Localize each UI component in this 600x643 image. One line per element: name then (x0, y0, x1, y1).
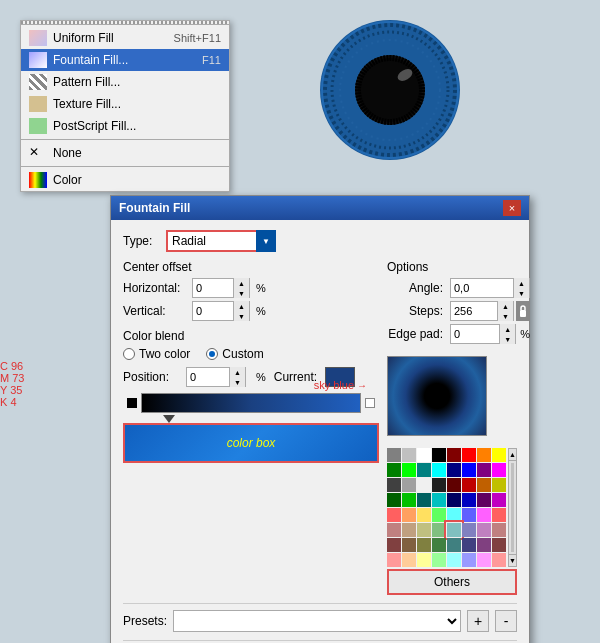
vertical-input[interactable] (193, 305, 233, 317)
palette-swatch-55[interactable] (492, 538, 506, 552)
palette-swatch-30[interactable] (477, 493, 491, 507)
palette-swatch-5[interactable] (462, 448, 476, 462)
palette-swatch-63[interactable] (492, 553, 506, 567)
steps-input[interactable] (451, 305, 497, 317)
palette-swatch-36[interactable] (447, 508, 461, 522)
palette-swatch-21[interactable] (462, 478, 476, 492)
palette-swatch-54[interactable] (477, 538, 491, 552)
palette-swatch-53[interactable] (462, 538, 476, 552)
palette-swatch-19[interactable] (432, 478, 446, 492)
palette-swatch-31[interactable] (492, 493, 506, 507)
custom-radio[interactable] (206, 348, 218, 360)
palette-scroll-thumb[interactable] (511, 463, 514, 552)
steps-lock-button[interactable] (516, 301, 530, 321)
position-down-button[interactable]: ▼ (230, 377, 245, 387)
palette-swatch-9[interactable] (402, 463, 416, 477)
palette-swatch-37[interactable] (462, 508, 476, 522)
palette-swatch-13[interactable] (462, 463, 476, 477)
palette-swatch-0[interactable] (387, 448, 401, 462)
palette-swatch-25[interactable] (402, 493, 416, 507)
palette-swatch-4[interactable] (447, 448, 461, 462)
palette-swatch-1[interactable] (402, 448, 416, 462)
palette-swatch-28[interactable] (447, 493, 461, 507)
palette-swatch-60[interactable] (447, 553, 461, 567)
edge-pad-input[interactable] (451, 328, 499, 340)
palette-swatch-7[interactable] (492, 448, 506, 462)
palette-swatch-15[interactable] (492, 463, 506, 477)
palette-swatch-24[interactable] (387, 493, 401, 507)
palette-swatch-6[interactable] (477, 448, 491, 462)
edge-pad-down-button[interactable]: ▼ (500, 334, 515, 344)
palette-swatch-47[interactable] (492, 523, 506, 537)
menu-item-pattern[interactable]: Pattern Fill... (21, 71, 229, 93)
palette-swatch-18[interactable] (417, 478, 431, 492)
palette-swatch-39[interactable] (492, 508, 506, 522)
palette-swatch-52[interactable] (447, 538, 461, 552)
horizontal-down-button[interactable]: ▼ (234, 288, 249, 298)
palette-swatch-34[interactable] (417, 508, 431, 522)
palette-swatch-22[interactable] (477, 478, 491, 492)
palette-swatch-49[interactable] (402, 538, 416, 552)
palette-swatch-40[interactable] (387, 523, 401, 537)
menu-item-texture[interactable]: Texture Fill... (21, 93, 229, 115)
presets-add-button[interactable]: + (467, 610, 489, 632)
palette-swatch-35[interactable] (432, 508, 446, 522)
palette-swatch-38[interactable] (477, 508, 491, 522)
position-up-button[interactable]: ▲ (230, 367, 245, 377)
others-button[interactable]: Others (387, 569, 517, 595)
palette-swatch-32[interactable] (387, 508, 401, 522)
palette-swatch-45[interactable] (462, 523, 476, 537)
two-color-option[interactable]: Two color (123, 347, 190, 361)
position-input[interactable] (187, 371, 229, 383)
menu-item-uniform[interactable]: Uniform Fill Shift+F11 (21, 27, 229, 49)
palette-swatch-11[interactable] (432, 463, 446, 477)
palette-swatch-62[interactable] (477, 553, 491, 567)
palette-swatch-16[interactable] (387, 478, 401, 492)
gradient-marker[interactable] (163, 415, 175, 423)
palette-swatch-14[interactable] (477, 463, 491, 477)
dialog-close-button[interactable]: × (503, 200, 521, 216)
vertical-up-button[interactable]: ▲ (234, 301, 249, 311)
gradient-track[interactable] (141, 393, 361, 413)
palette-scroll-up[interactable]: ▲ (509, 449, 516, 461)
palette-swatch-56[interactable] (387, 553, 401, 567)
palette-scroll-down[interactable]: ▼ (509, 554, 516, 566)
type-select[interactable]: Radial (166, 230, 276, 252)
palette-swatch-2[interactable] (417, 448, 431, 462)
edge-pad-up-button[interactable]: ▲ (500, 324, 515, 334)
menu-item-fountain[interactable]: Fountain Fill... F11 (21, 49, 229, 71)
palette-swatch-44[interactable] (447, 523, 461, 537)
palette-swatch-58[interactable] (417, 553, 431, 567)
vertical-down-button[interactable]: ▼ (234, 311, 249, 321)
gradient-end-square[interactable] (365, 398, 375, 408)
palette-swatch-3[interactable] (432, 448, 446, 462)
menu-item-postscript[interactable]: PostScript Fill... (21, 115, 229, 137)
presets-select[interactable] (173, 610, 461, 632)
presets-remove-button[interactable]: - (495, 610, 517, 632)
palette-swatch-33[interactable] (402, 508, 416, 522)
palette-swatch-17[interactable] (402, 478, 416, 492)
palette-swatch-12[interactable] (447, 463, 461, 477)
menu-item-color[interactable]: Color (21, 169, 229, 191)
palette-swatch-50[interactable] (417, 538, 431, 552)
palette-swatch-57[interactable] (402, 553, 416, 567)
palette-swatch-23[interactable] (492, 478, 506, 492)
palette-swatch-51[interactable] (432, 538, 446, 552)
palette-swatch-43[interactable] (432, 523, 446, 537)
gradient-start-square[interactable] (127, 398, 137, 408)
palette-swatch-20[interactable] (447, 478, 461, 492)
angle-input[interactable] (451, 282, 513, 294)
palette-swatch-26[interactable] (417, 493, 431, 507)
two-color-radio[interactable] (123, 348, 135, 360)
angle-down-button[interactable]: ▼ (514, 288, 529, 298)
menu-item-none[interactable]: ✕ None (21, 142, 229, 164)
horizontal-up-button[interactable]: ▲ (234, 278, 249, 288)
steps-up-button[interactable]: ▲ (498, 301, 513, 311)
palette-swatch-61[interactable] (462, 553, 476, 567)
palette-swatch-59[interactable] (432, 553, 446, 567)
palette-swatch-27[interactable] (432, 493, 446, 507)
palette-swatch-46[interactable] (477, 523, 491, 537)
palette-swatch-42[interactable] (417, 523, 431, 537)
angle-up-button[interactable]: ▲ (514, 278, 529, 288)
horizontal-input[interactable] (193, 282, 233, 294)
